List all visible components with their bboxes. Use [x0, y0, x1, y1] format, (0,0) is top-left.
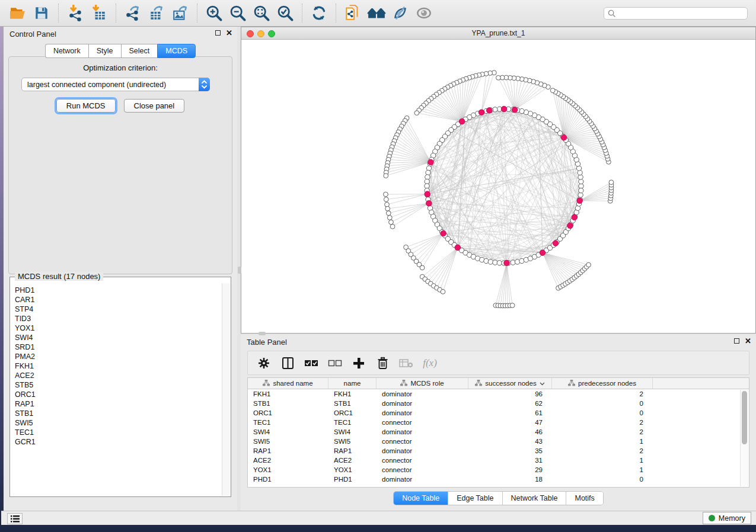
open-file-icon[interactable]: [6, 2, 30, 24]
search-all-networks-icon[interactable]: [365, 2, 388, 24]
tab-node-table[interactable]: Node Table: [394, 492, 448, 505]
maximize-window-icon[interactable]: [268, 30, 275, 37]
optimization-criterion-select[interactable]: largest connected component (undirected): [21, 78, 210, 91]
import-network-icon[interactable]: [63, 2, 87, 24]
export-network-icon[interactable]: [121, 2, 145, 24]
table-row[interactable]: TEC1TEC1connector472: [248, 418, 749, 427]
table-row[interactable]: SWI4SWI4dominator462: [248, 427, 749, 437]
mcds-result-node[interactable]: PMA2: [15, 352, 222, 361]
task-history-list-icon[interactable]: [7, 513, 23, 524]
mcds-result-node[interactable]: SWI5: [15, 418, 222, 428]
tab-mcds[interactable]: MCDS: [157, 44, 196, 58]
refresh-icon[interactable]: [307, 2, 331, 24]
table-row[interactable]: STB1STB1dominator620: [248, 399, 749, 408]
zoom-selected-icon[interactable]: [273, 2, 297, 24]
search-field: [604, 7, 748, 20]
mcds-result-scrollbar[interactable]: [222, 283, 230, 496]
share-document-icon[interactable]: [341, 2, 365, 24]
run-mcds-button[interactable]: Run MCDS: [56, 99, 116, 113]
cell-name: YOX1: [328, 465, 377, 475]
table-row[interactable]: RAP1RAP1dominator352: [248, 446, 749, 456]
table-row[interactable]: YOX1YOX1connector291: [248, 465, 749, 475]
table-row[interactable]: SWI5SWI5connector431: [248, 437, 749, 446]
hide-details-icon[interactable]: [388, 2, 412, 24]
zoom-fit-icon[interactable]: [250, 2, 273, 24]
export-table-icon[interactable]: [145, 2, 168, 24]
export-image-icon[interactable]: [168, 2, 192, 24]
mcds-result-node[interactable]: YOX1: [15, 323, 222, 333]
search-input[interactable]: [604, 7, 748, 20]
control-panel: Control Panel ✕ NetworkStyleSelectMCDS O…: [4, 27, 237, 511]
show-details-icon[interactable]: [412, 2, 436, 24]
table-row[interactable]: FKH1FKH1dominator962: [248, 389, 749, 399]
tab-select[interactable]: Select: [121, 44, 158, 58]
import-table-icon[interactable]: [87, 2, 111, 24]
table-scrollbar-thumb[interactable]: [742, 391, 747, 444]
mcds-node: [512, 107, 518, 113]
mcds-node: [501, 106, 507, 112]
select-all-rows-icon[interactable]: [301, 354, 321, 373]
mcds-result-node[interactable]: FKH1: [15, 361, 222, 371]
zoom-in-icon[interactable]: [202, 2, 226, 24]
column-header-name[interactable]: name: [328, 378, 377, 389]
show-columns-icon[interactable]: [277, 354, 298, 373]
column-header-filler: [653, 378, 749, 389]
cell-predecessor-nodes: 0: [552, 399, 653, 408]
minimize-window-icon[interactable]: [257, 30, 264, 37]
column-header-predecessor-nodes[interactable]: predecessor nodes: [552, 378, 653, 389]
mcds-node: [504, 260, 510, 266]
tab-network[interactable]: Network: [45, 44, 88, 58]
cell-predecessor-nodes: 1: [552, 437, 653, 446]
mcds-result-node[interactable]: ACE2: [15, 371, 222, 380]
network-window-titlebar: YPA_prune.txt_1: [241, 27, 755, 40]
tab-edge-table[interactable]: Edge Table: [448, 492, 502, 505]
tab-motifs[interactable]: Motifs: [566, 492, 602, 505]
table-row[interactable]: PHD1PHD1dominator180: [248, 475, 749, 484]
mcds-result-node[interactable]: TID3: [15, 314, 222, 323]
mcds-result-node[interactable]: STP4: [15, 305, 222, 314]
mcds-result-list[interactable]: PHD1CAR1STP4TID3YOX1SWI4SRD1PMA2FKH1ACE2…: [11, 283, 222, 496]
column-header-shared-name[interactable]: shared name: [248, 378, 328, 389]
mcds-result-node[interactable]: SWI4: [15, 333, 222, 342]
memory-button[interactable]: Memory: [703, 512, 751, 524]
toolbar-separator: [302, 4, 302, 23]
network-graph-canvas[interactable]: [241, 40, 755, 333]
column-header-successor-nodes[interactable]: successor nodes: [468, 378, 552, 389]
mcds-result-node[interactable]: CAR1: [15, 295, 222, 305]
mcds-result-node[interactable]: RAP1: [15, 399, 222, 409]
tab-style[interactable]: Style: [88, 44, 121, 58]
save-session-icon[interactable]: [30, 2, 53, 24]
cell-MCDS-role: dominator: [377, 389, 468, 399]
close-table-panel-icon[interactable]: ✕: [745, 338, 751, 344]
delete-column-trash-icon[interactable]: [372, 354, 393, 373]
mcds-result-node[interactable]: STB5: [15, 380, 222, 390]
mcds-node: [425, 191, 430, 197]
mcds-node: [455, 245, 461, 251]
mcds-result-node[interactable]: STB1: [15, 409, 222, 418]
table-scrollbar[interactable]: [740, 390, 748, 486]
table-settings-gear-icon[interactable]: [254, 354, 274, 373]
mcds-result-node[interactable]: ORC1: [15, 390, 222, 399]
add-column-icon[interactable]: [349, 354, 369, 373]
close-window-icon[interactable]: [247, 30, 254, 37]
horizontal-splitter-handle[interactable]: [259, 332, 266, 335]
close-panel-button[interactable]: Close panel: [124, 99, 185, 113]
mcds-result-node[interactable]: PHD1: [15, 286, 222, 295]
cell-shared-name: SWI5: [248, 437, 328, 446]
vertical-splitter-handle[interactable]: [238, 267, 241, 274]
zoom-out-icon[interactable]: [226, 2, 250, 24]
column-header-MCDS-role[interactable]: MCDS role: [377, 378, 468, 389]
control-panel-title: Control Panel: [9, 30, 56, 39]
float-table-panel-icon[interactable]: [734, 338, 739, 344]
close-panel-icon[interactable]: ✕: [226, 30, 232, 36]
cell-name: ORC1: [328, 408, 377, 418]
deselect-all-rows-icon[interactable]: [325, 354, 345, 373]
mcds-result-node[interactable]: TEC1: [15, 428, 222, 437]
table-row[interactable]: ORC1ORC1dominator610: [248, 408, 749, 418]
toolbar-separator: [116, 4, 116, 23]
tab-network-table[interactable]: Network Table: [503, 492, 567, 505]
table-row[interactable]: ACE2ACE2connector311: [248, 456, 749, 465]
float-panel-icon[interactable]: [215, 30, 221, 36]
mcds-result-node[interactable]: SRD1: [15, 342, 222, 352]
mcds-result-node[interactable]: GCR1: [15, 437, 222, 447]
